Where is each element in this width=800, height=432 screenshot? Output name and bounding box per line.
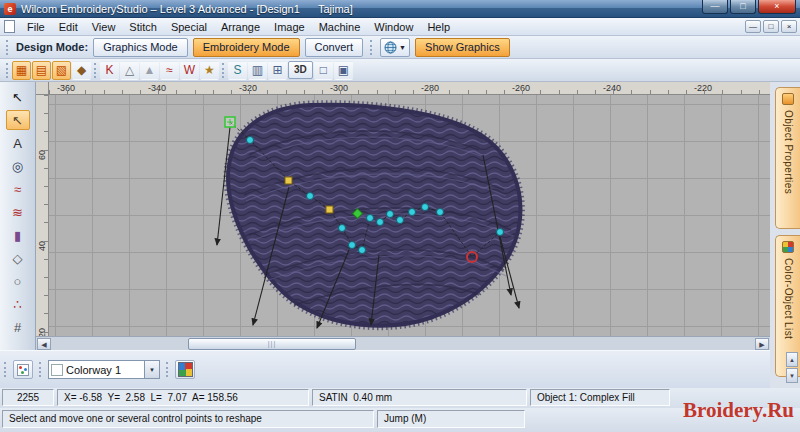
- menu-edit[interactable]: Edit: [52, 20, 85, 34]
- menu-image[interactable]: Image: [267, 20, 312, 34]
- toolbar-grip[interactable]: [166, 362, 169, 377]
- menu-bar: File Edit View Stitch Special Arrange Im…: [0, 18, 800, 36]
- scroll-up-arrow[interactable]: ▲: [786, 352, 798, 367]
- menu-special[interactable]: Special: [164, 20, 214, 34]
- satin-stitch-icon[interactable]: ▤: [32, 61, 51, 80]
- grid-toggle-icon[interactable]: ⊞: [268, 61, 287, 80]
- colorway-select[interactable]: Colorway 1 ▼: [48, 360, 160, 379]
- app-logo-icon: e: [4, 3, 16, 15]
- show-graphics-button[interactable]: Show Graphics: [415, 38, 510, 57]
- control-point[interactable]: [377, 219, 384, 226]
- colorway-swatch: [51, 364, 63, 376]
- scrollbar-thumb[interactable]: |||: [188, 338, 356, 350]
- toolbar-grip[interactable]: [4, 362, 7, 377]
- colorway-editor-icon: [178, 362, 193, 377]
- zigzag-effect-icon[interactable]: ≈: [160, 61, 179, 80]
- toolbar-grip[interactable]: [39, 362, 42, 377]
- run-stitch-icon[interactable]: ▦: [12, 61, 31, 80]
- control-point[interactable]: [247, 137, 254, 144]
- select-object-tool[interactable]: ↖: [6, 87, 30, 107]
- embroidery-design: [49, 95, 770, 336]
- horizontal-scrollbar[interactable]: ◀ ||| ▶: [36, 336, 770, 350]
- menu-stitch[interactable]: Stitch: [122, 20, 164, 34]
- toolbar-grip[interactable]: [6, 63, 9, 78]
- colorway-editor-button[interactable]: [175, 360, 195, 379]
- complex-fill-tool[interactable]: ▮: [6, 225, 30, 245]
- globe-dropdown-button[interactable]: ▼: [380, 38, 410, 57]
- mode-toolbar: Design Mode: Graphics Mode Embroidery Mo…: [0, 36, 800, 59]
- measure-tool[interactable]: #: [6, 317, 30, 337]
- menu-machine[interactable]: Machine: [312, 20, 368, 34]
- toolbar-grip[interactable]: [94, 63, 97, 78]
- menu-file[interactable]: File: [20, 20, 52, 34]
- layers-icon[interactable]: ▥: [248, 61, 267, 80]
- corner-point[interactable]: [285, 177, 292, 184]
- pull-compensation-icon[interactable]: ▲: [140, 61, 159, 80]
- maximize-button[interactable]: □: [730, 0, 756, 14]
- scroll-down-arrow[interactable]: ▼: [786, 368, 798, 383]
- convert-button[interactable]: Convert: [305, 38, 364, 57]
- control-point[interactable]: [397, 217, 404, 224]
- stitch-count: 2255: [2, 389, 54, 406]
- docked-panel-tabs: Object Properties Color-Object List: [770, 84, 800, 384]
- florentine-effect-icon[interactable]: S: [228, 61, 247, 80]
- overview-window-icon[interactable]: ▣: [334, 61, 353, 80]
- scroll-left-arrow[interactable]: ◀: [37, 338, 51, 350]
- design-mode-label: Design Mode:: [16, 41, 88, 53]
- contour-stitch-icon[interactable]: K: [100, 61, 119, 80]
- control-point[interactable]: [339, 225, 346, 232]
- digitize-run-tool[interactable]: ≈: [6, 179, 30, 199]
- menu-arrange[interactable]: Arrange: [214, 20, 267, 34]
- close-button[interactable]: ×: [758, 0, 796, 14]
- vertical-ruler: 60 40 20: [36, 95, 49, 336]
- toolbar-grip[interactable]: [6, 40, 9, 55]
- menu-view[interactable]: View: [85, 20, 123, 34]
- control-point[interactable]: [437, 209, 444, 216]
- underlay-icon[interactable]: △: [120, 61, 139, 80]
- control-point[interactable]: [497, 229, 504, 236]
- control-point[interactable]: [409, 209, 416, 216]
- toolbar-grip[interactable]: [222, 63, 225, 78]
- control-point[interactable]: [349, 242, 356, 249]
- satin-column-tool[interactable]: ≋: [6, 202, 30, 222]
- toolbar-grip[interactable]: [370, 40, 373, 55]
- control-point[interactable]: [367, 215, 374, 222]
- chevron-down-icon[interactable]: ▼: [144, 361, 159, 378]
- mdi-restore-button[interactable]: □: [763, 20, 779, 33]
- application-window: e Wilcom EmbroideryStudio – Level 3 Adva…: [0, 0, 800, 432]
- ruler-corner: [36, 82, 49, 95]
- minimize-button[interactable]: —: [702, 0, 728, 14]
- control-point[interactable]: [307, 193, 314, 200]
- tab-object-properties[interactable]: Object Properties: [775, 87, 800, 229]
- embroidery-mode-button[interactable]: Embroidery Mode: [193, 38, 300, 57]
- corner-point[interactable]: [326, 206, 333, 213]
- menu-help[interactable]: Help: [420, 20, 457, 34]
- thread-colors-button[interactable]: [13, 360, 33, 379]
- circle-tool[interactable]: ○: [6, 271, 30, 291]
- thread-colors-icon: [17, 364, 29, 376]
- hoop-toggle-icon[interactable]: □: [314, 61, 333, 80]
- control-point[interactable]: [387, 211, 394, 218]
- tatami-fill-icon[interactable]: ▧: [52, 61, 71, 80]
- 3d-view-button[interactable]: 3D: [288, 61, 313, 79]
- mdi-window-controls: — □ ×: [745, 20, 797, 33]
- control-point[interactable]: [359, 247, 366, 254]
- graphics-mode-button[interactable]: Graphics Mode: [93, 38, 188, 57]
- design-canvas[interactable]: [49, 95, 770, 336]
- travel-mode: Jump (M): [377, 410, 525, 428]
- tab-scroll-buttons: ▲ ▼: [786, 352, 799, 383]
- wave-effect-icon[interactable]: W: [180, 61, 199, 80]
- mdi-minimize-button[interactable]: —: [745, 20, 761, 33]
- control-point[interactable]: [422, 204, 429, 211]
- mdi-close-button[interactable]: ×: [781, 20, 797, 33]
- penetrations-tool[interactable]: ∴: [6, 294, 30, 314]
- zoom-tool[interactable]: ◎: [6, 156, 30, 176]
- ruler-label: 20: [37, 326, 47, 336]
- motif-fill-icon[interactable]: ◆: [72, 61, 91, 80]
- closed-shape-tool[interactable]: ◇: [6, 248, 30, 268]
- scroll-right-arrow[interactable]: ▶: [755, 338, 769, 350]
- menu-window[interactable]: Window: [367, 20, 420, 34]
- reshape-object-tool[interactable]: ↖: [6, 110, 30, 130]
- star-fill-icon[interactable]: ★: [200, 61, 219, 80]
- lettering-tool[interactable]: A: [6, 133, 30, 153]
